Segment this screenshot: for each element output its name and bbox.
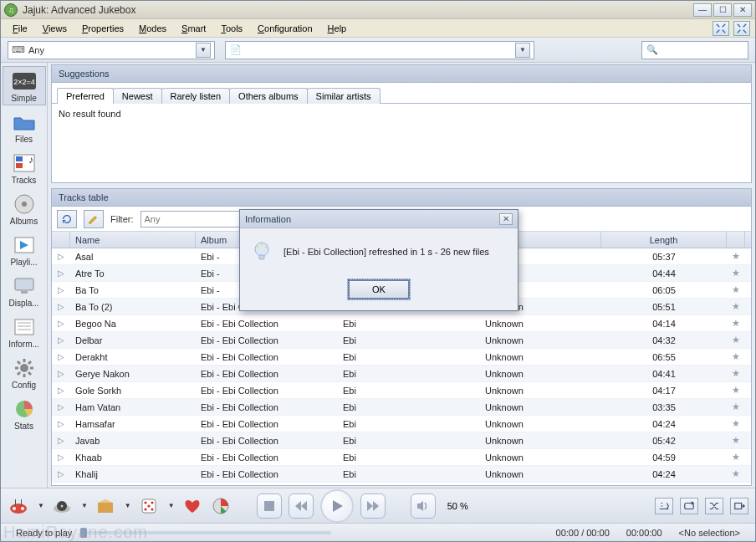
mute-button[interactable] bbox=[411, 493, 436, 519]
chevron-down-icon[interactable]: ▼ bbox=[125, 502, 131, 509]
col-name[interactable]: Name bbox=[70, 232, 196, 248]
sidebar-item-config[interactable]: Config bbox=[3, 353, 46, 392]
tab-newest[interactable]: Newest bbox=[113, 88, 162, 104]
search-box[interactable]: 🔍 bbox=[641, 41, 748, 59]
table-row[interactable]: ▷Ham VatanEbi - Ebi CollectionEbiUnknown… bbox=[52, 399, 751, 416]
sidebar-item-albums[interactable]: Albums bbox=[3, 189, 46, 228]
shuffle-mode-button[interactable] bbox=[705, 498, 723, 514]
cell-album: Ebi - Ebi Collection bbox=[196, 469, 338, 479]
refresh-button[interactable] bbox=[57, 210, 77, 228]
play-icon: ▷ bbox=[58, 352, 64, 361]
chevron-down-icon[interactable]: ▼ bbox=[168, 502, 175, 509]
novelties-button[interactable] bbox=[94, 495, 116, 517]
continue-mode-button[interactable] bbox=[730, 498, 748, 514]
col-length[interactable]: Length bbox=[601, 232, 727, 248]
history-combo[interactable]: 📄 ▼ bbox=[225, 41, 534, 59]
menu-tools[interactable]: Tools bbox=[214, 22, 249, 35]
collapse-panels-button[interactable] bbox=[713, 21, 729, 36]
maximize-button[interactable]: ☐ bbox=[713, 3, 732, 17]
table-row[interactable]: ▷JavabEbi - Ebi CollectionEbiUnknown05:4… bbox=[52, 432, 751, 449]
sidebar-item-tracks[interactable]: ♪ Tracks bbox=[3, 148, 46, 187]
star-icon[interactable]: ★ bbox=[732, 385, 740, 395]
tab-rarely-listen[interactable]: Rarely listen bbox=[161, 88, 231, 104]
cell-length: 05:37 bbox=[601, 252, 727, 262]
table-row[interactable]: ▷HamsafarEbi - Ebi CollectionEbiUnknown0… bbox=[52, 416, 751, 432]
table-row[interactable]: ▷Begoo NaEbi - Ebi CollectionEbiUnknown0… bbox=[52, 315, 751, 332]
menu-views[interactable]: Views bbox=[36, 22, 74, 35]
star-icon[interactable]: ★ bbox=[732, 268, 740, 278]
next-button[interactable] bbox=[360, 493, 386, 519]
sidebar-item-simple[interactable]: 2×2=4 Simple bbox=[3, 66, 46, 105]
star-icon[interactable]: ★ bbox=[732, 368, 740, 378]
col-play[interactable] bbox=[52, 232, 70, 248]
col-rating[interactable] bbox=[727, 232, 745, 248]
progress-slider[interactable] bbox=[80, 529, 547, 537]
table-row[interactable]: ▷Gerye NakonEbi - Ebi CollectionEbiUnkno… bbox=[52, 366, 751, 382]
cell-length: 05:51 bbox=[601, 302, 727, 312]
tab-preferred[interactable]: Preferred bbox=[57, 88, 114, 104]
chevron-down-icon[interactable]: ▼ bbox=[196, 43, 211, 58]
menu-smart[interactable]: Smart bbox=[175, 22, 212, 35]
stop-button[interactable] bbox=[257, 493, 282, 519]
table-row[interactable]: ▷KhaabEbi - Ebi CollectionEbiUnknown04:5… bbox=[52, 449, 751, 466]
svg-marker-44 bbox=[333, 500, 343, 512]
chevron-down-icon[interactable]: ▼ bbox=[38, 502, 44, 509]
edit-button[interactable] bbox=[84, 210, 104, 228]
star-icon[interactable]: ★ bbox=[732, 351, 740, 361]
dj-button[interactable] bbox=[51, 495, 73, 517]
tab-similar-artists[interactable]: Similar artists bbox=[307, 88, 381, 104]
star-icon[interactable]: ★ bbox=[732, 418, 740, 428]
star-icon[interactable]: ★ bbox=[732, 468, 740, 478]
cell-length: 04:44 bbox=[601, 268, 727, 279]
repeat-mode-button[interactable] bbox=[680, 498, 698, 514]
sidebar-item-display[interactable]: Displa... bbox=[3, 271, 46, 310]
close-button[interactable]: ✕ bbox=[733, 3, 752, 17]
dialog-close-button[interactable]: ✕ bbox=[499, 213, 513, 225]
star-icon[interactable]: ★ bbox=[732, 335, 740, 345]
minimize-button[interactable]: — bbox=[693, 3, 712, 17]
ambience-combo[interactable]: ⌨ Any ▼ bbox=[8, 41, 215, 59]
svg-line-22 bbox=[28, 372, 31, 375]
star-icon[interactable]: ★ bbox=[732, 435, 740, 445]
sidebar-item-stats[interactable]: Stats bbox=[3, 394, 46, 433]
tab-others-albums[interactable]: Others albums bbox=[229, 88, 308, 104]
chevron-down-icon[interactable]: ▼ bbox=[81, 502, 88, 509]
table-row[interactable]: ▷DerakhtEbi - Ebi CollectionEbiUnknown06… bbox=[52, 349, 751, 366]
previous-button[interactable] bbox=[289, 493, 314, 519]
star-icon[interactable]: ★ bbox=[732, 284, 740, 294]
search-input[interactable] bbox=[662, 45, 738, 55]
star-icon[interactable]: ★ bbox=[732, 318, 740, 328]
table-row[interactable]: ▷DelbarEbi - Ebi CollectionEbiUnknown04:… bbox=[52, 332, 751, 349]
karaoke-mode-button[interactable] bbox=[655, 498, 673, 514]
menu-file[interactable]: File bbox=[6, 22, 34, 35]
dialog-message: [Ebi - Ebi Collection] refreshed in 1 s … bbox=[284, 247, 489, 257]
radio-button[interactable] bbox=[8, 495, 29, 517]
status-time: 00:00 / 00:00 bbox=[548, 528, 618, 538]
menu-properties[interactable]: Properties bbox=[75, 22, 130, 35]
star-icon[interactable]: ★ bbox=[732, 301, 740, 311]
table-row[interactable]: ▷Gole SorkhEbi - Ebi CollectionEbiUnknow… bbox=[52, 382, 751, 399]
sidebar-item-information[interactable]: Inform... bbox=[3, 312, 46, 351]
gear-icon bbox=[11, 357, 38, 379]
sidebar-item-playlists[interactable]: Playli... bbox=[3, 230, 46, 269]
favorite-button[interactable] bbox=[181, 495, 203, 517]
cell-name: Asal bbox=[70, 252, 196, 262]
sidebar-item-files[interactable]: Files bbox=[3, 107, 46, 146]
ok-button[interactable]: OK bbox=[349, 280, 409, 299]
menu-modes[interactable]: Modes bbox=[132, 22, 173, 35]
table-row[interactable]: ▷KhalijEbi - Ebi CollectionEbiUnknown04:… bbox=[52, 466, 751, 483]
chevron-down-icon[interactable]: ▼ bbox=[515, 43, 530, 58]
play-button[interactable] bbox=[320, 489, 354, 523]
shuffle-button[interactable] bbox=[138, 495, 160, 517]
volume-control[interactable]: 50 % bbox=[442, 501, 468, 511]
playlist-icon bbox=[11, 234, 38, 256]
star-icon[interactable]: ★ bbox=[732, 401, 740, 412]
finish-album-button[interactable] bbox=[210, 495, 232, 517]
expand-panels-button[interactable] bbox=[733, 21, 750, 36]
menu-configuration[interactable]: Configuration bbox=[251, 22, 319, 35]
player-bar: ▼ ▼ ▼ ▼ 50 % bbox=[1, 488, 755, 523]
star-icon[interactable]: ★ bbox=[732, 251, 740, 261]
menu-help[interactable]: Help bbox=[321, 22, 354, 35]
star-icon[interactable]: ★ bbox=[732, 452, 740, 462]
newspaper-icon bbox=[11, 316, 38, 338]
